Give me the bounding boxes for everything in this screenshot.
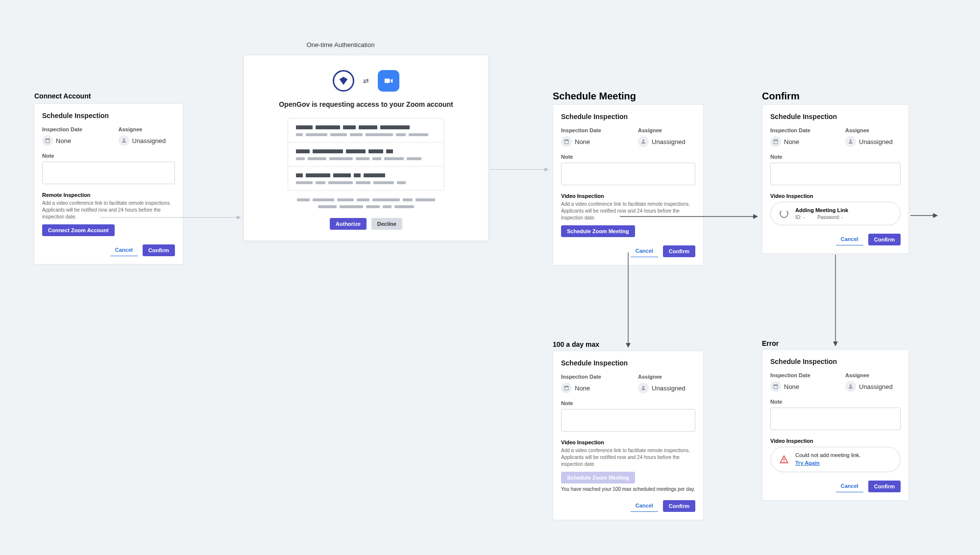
connect-card: Schedule Inspection Inspection Date None… xyxy=(34,103,183,265)
confirm-button[interactable]: Confirm xyxy=(868,481,901,492)
inspection-date-label: Inspection Date xyxy=(770,127,826,133)
inspection-date-value[interactable]: None xyxy=(770,136,799,147)
assignee-label: Assignee xyxy=(845,372,901,378)
cancel-button[interactable]: Cancel xyxy=(836,480,863,492)
cancel-button[interactable]: Cancel xyxy=(110,244,138,256)
section-error-title: Error xyxy=(762,339,779,347)
error-text: Could not add meeting link. xyxy=(795,452,860,458)
assignee-label: Assignee xyxy=(119,126,175,132)
zoom-logo xyxy=(378,70,399,92)
assignee-value[interactable]: Unassigned xyxy=(638,136,686,147)
loading-id: ID: - xyxy=(795,215,805,220)
calendar-icon xyxy=(770,136,781,147)
note-input[interactable] xyxy=(561,163,695,185)
user-icon xyxy=(638,136,649,147)
assignee-value[interactable]: Unassigned xyxy=(845,381,893,392)
video-header: Video Inspection xyxy=(770,193,901,199)
permission-item xyxy=(288,143,444,167)
svg-rect-0 xyxy=(385,78,390,83)
calendar-icon xyxy=(561,383,572,393)
section-confirm-title: Confirm xyxy=(762,91,800,102)
spinner-icon xyxy=(780,209,788,218)
inspection-date-value[interactable]: None xyxy=(561,136,590,147)
swap-icon: ⇄ xyxy=(363,77,369,85)
loading-pw: Password: - xyxy=(817,215,843,220)
note-label: Note xyxy=(561,400,695,406)
inspection-date-label: Inspection Date xyxy=(770,372,826,378)
auth-card: ⇄ OpenGov is requesting access to your Z… xyxy=(244,55,489,241)
inspection-date-value[interactable]: None xyxy=(42,135,71,146)
confirm-button[interactable]: Confirm xyxy=(663,500,695,512)
video-desc: Add a video conference link to facilitat… xyxy=(561,447,695,468)
auth-heading: OpenGov is requesting access to your Zoo… xyxy=(257,100,475,108)
note-input[interactable] xyxy=(770,408,901,430)
max-card: Schedule Inspection Inspection Date None… xyxy=(553,351,704,520)
opengov-logo xyxy=(333,70,354,92)
card-title: Schedule Inspection xyxy=(561,113,695,121)
error-card: Schedule Inspection Inspection Date None… xyxy=(762,349,909,501)
video-desc: Add a video conference link to facilitat… xyxy=(561,201,695,221)
section-schedule-title: Schedule Meeting xyxy=(553,91,636,102)
calendar-icon xyxy=(561,136,572,147)
loading-title: Adding Meeting Link xyxy=(795,207,848,213)
note-label: Note xyxy=(770,399,901,405)
note-label: Note xyxy=(770,154,901,160)
card-title: Schedule Inspection xyxy=(770,358,901,365)
permission-item xyxy=(288,167,444,190)
assignee-value[interactable]: Unassigned xyxy=(119,135,166,146)
assignee-value[interactable]: Unassigned xyxy=(638,383,686,393)
assignee-label: Assignee xyxy=(638,127,695,133)
inspection-date-value[interactable]: None xyxy=(561,383,590,393)
note-input[interactable] xyxy=(42,162,175,184)
cancel-button[interactable]: Cancel xyxy=(836,233,863,245)
schedule-zoom-button-disabled: Schedule Zoom Meeting xyxy=(561,472,635,483)
calendar-icon xyxy=(770,381,781,392)
section-connect-title: Connect Account xyxy=(34,92,91,100)
auth-footnote xyxy=(257,198,475,208)
card-title: Schedule Inspection xyxy=(770,113,901,121)
authorize-button[interactable]: Authorize xyxy=(330,218,367,230)
assignee-label: Assignee xyxy=(638,374,695,380)
confirm-card: Schedule Inspection Inspection Date None… xyxy=(762,104,909,254)
section-auth-title: One-time Authentication xyxy=(243,41,439,48)
remote-desc: Add a video conference link to facilitat… xyxy=(42,200,175,220)
video-header: Video Inspection xyxy=(770,438,901,444)
video-header: Video Inspection xyxy=(561,439,695,445)
user-icon xyxy=(638,383,649,393)
schedule-zoom-button[interactable]: Schedule Zoom Meeting xyxy=(561,225,635,237)
try-again-link[interactable]: Try Again xyxy=(795,460,820,466)
note-input[interactable] xyxy=(561,409,695,432)
connect-zoom-button[interactable]: Connect Zoom Account xyxy=(42,224,115,236)
inspection-date-value[interactable]: None xyxy=(770,381,799,392)
calendar-icon xyxy=(42,135,53,146)
svg-rect-1 xyxy=(784,458,784,461)
user-icon xyxy=(119,135,129,146)
inspection-date-label: Inspection Date xyxy=(42,126,99,132)
auth-logo-row: ⇄ xyxy=(257,70,475,92)
svg-rect-2 xyxy=(784,461,784,462)
max-notice: You have reached your 100 max scheduled … xyxy=(561,486,695,492)
decline-button[interactable]: Decline xyxy=(371,218,402,230)
user-icon xyxy=(845,381,856,392)
confirm-button[interactable]: Confirm xyxy=(868,234,901,245)
inspection-date-label: Inspection Date xyxy=(561,374,618,380)
note-label: Note xyxy=(42,153,175,159)
schedule-card: Schedule Inspection Inspection Date None… xyxy=(553,104,704,265)
assignee-value[interactable]: Unassigned xyxy=(845,136,893,147)
cancel-button[interactable]: Cancel xyxy=(631,245,658,257)
remote-header: Remote Inspection xyxy=(42,192,175,198)
note-input[interactable] xyxy=(770,163,901,185)
confirm-button[interactable]: Confirm xyxy=(663,245,695,257)
warning-icon xyxy=(780,455,788,464)
card-title: Schedule Inspection xyxy=(561,359,695,367)
confirm-button[interactable]: Confirm xyxy=(143,244,175,256)
permission-item xyxy=(288,119,444,143)
cancel-button[interactable]: Cancel xyxy=(631,500,658,512)
card-title: Schedule Inspection xyxy=(42,112,175,120)
note-label: Note xyxy=(561,154,695,160)
video-header: Video Inspection xyxy=(561,193,695,199)
inspection-date-label: Inspection Date xyxy=(561,127,618,133)
loading-pill: Adding Meeting Link ID: - Password: - xyxy=(770,202,901,225)
assignee-label: Assignee xyxy=(845,127,901,133)
permission-list xyxy=(288,118,444,191)
